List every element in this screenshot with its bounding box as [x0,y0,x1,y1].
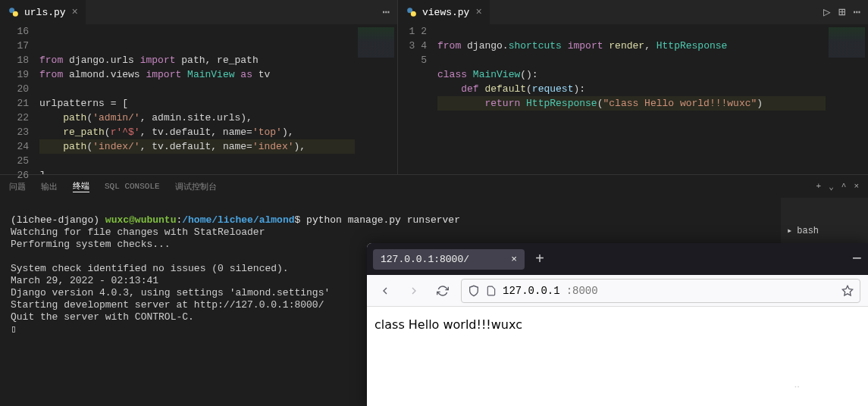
tab-views[interactable]: views.py × [398,0,490,24]
maximize-panel-icon[interactable]: ^ [841,182,847,191]
minimize-icon[interactable]: − [852,250,862,269]
new-terminal-icon[interactable]: + [816,182,822,191]
terminal-bash[interactable]: ▸bash [781,222,868,240]
tab-urls[interactable]: urls.py × [0,0,86,24]
split-editor-icon[interactable]: ⊞ [838,5,846,20]
left-tab-bar: urls.py × ⋯ [0,0,397,24]
svg-point-6 [794,386,796,388]
terminal-icon: ▸ [787,225,792,237]
back-button[interactable] [374,280,396,301]
panel-tab-terminal[interactable]: 终端 [73,180,89,192]
url-bar[interactable]: 127.0.0.1:8000 [461,279,860,303]
svg-point-3 [411,11,416,17]
python-file-icon [406,6,418,18]
editor-views[interactable]: 1 2 3 4 5 from django.shortcuts import r… [398,24,868,174]
tab-label: views.py [422,7,469,18]
watermark: 路由器 luyouqi.com [785,370,859,397]
page-info-icon [486,286,497,296]
more-icon[interactable]: ⋯ [853,5,860,20]
close-panel-icon[interactable]: × [854,182,859,191]
panel-tab-debug[interactable]: 调试控制台 [175,181,217,192]
close-icon[interactable]: × [475,6,481,18]
code-body[interactable]: from django.urls import path, re_path fr… [39,24,355,174]
browser-toolbar: 127.0.0.1:8000 [367,275,868,307]
browser-tab-title: 127.0.0.1:8000/ [381,254,469,265]
url-port: :8000 [566,285,598,297]
run-icon[interactable]: ▷ [823,5,831,20]
close-icon[interactable]: × [72,6,78,18]
minimap[interactable] [826,24,868,174]
code-body[interactable]: from django.shortcuts import render, Htt… [437,24,826,174]
bookmark-icon[interactable] [841,285,854,297]
minimap[interactable] [355,24,397,174]
tab-label: urls.py [24,7,66,18]
new-tab-button[interactable]: + [531,251,549,268]
router-icon [785,370,813,397]
url-host: 127.0.0.1 [503,285,560,297]
shield-icon [468,285,480,297]
browser-tab[interactable]: 127.0.0.1:8000/ × [373,249,525,270]
panel-tab-problems[interactable]: 问题 [9,181,26,192]
page-text: class Hello world!!!wuxc [374,317,522,332]
svg-point-1 [13,11,18,17]
chevron-down-icon[interactable]: ⌄ [829,182,834,192]
panel-tabs: 问题 输出 终端 SQL CONSOLE 调试控制台 + ⌄ ^ × [0,175,868,198]
python-file-icon [8,6,20,18]
svg-marker-4 [842,286,852,295]
panel-tab-output[interactable]: 输出 [41,181,58,192]
right-tab-bar: views.py × ▷ ⊞ ⋯ [398,0,868,24]
reload-button[interactable] [432,280,453,301]
panel-tab-sql[interactable]: SQL CONSOLE [105,182,160,191]
svg-point-7 [797,386,799,388]
line-gutter: 1 2 3 4 5 [398,24,437,174]
close-icon[interactable]: × [511,254,517,265]
forward-button[interactable] [403,280,425,301]
line-gutter: 16 17 18 19 20 21 22 23 24 25 26 [0,24,39,174]
browser-content: class Hello world!!!wuxc [367,307,868,342]
more-icon[interactable]: ⋯ [382,5,390,20]
editor-urls[interactable]: 16 17 18 19 20 21 22 23 24 25 26 from dj… [0,24,397,174]
browser-tab-bar: 127.0.0.1:8000/ × + − [367,243,868,275]
